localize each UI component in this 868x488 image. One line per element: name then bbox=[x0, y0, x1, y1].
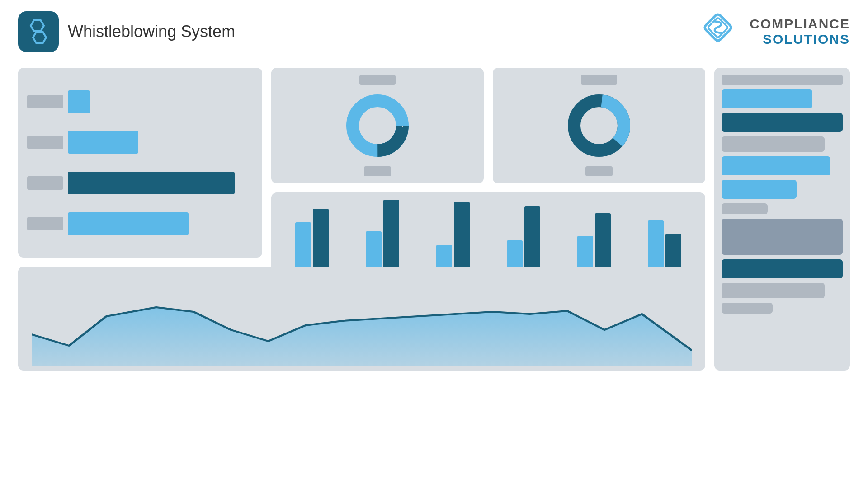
main-content bbox=[0, 63, 868, 380]
group-bar bbox=[507, 240, 523, 267]
bar bbox=[68, 172, 235, 194]
group-bar bbox=[454, 202, 470, 267]
svg-marker-1 bbox=[33, 32, 46, 43]
right-item-blue-light bbox=[722, 156, 830, 175]
right-item-blue-light bbox=[722, 89, 812, 108]
bar-labels bbox=[27, 77, 63, 249]
app-icon bbox=[18, 11, 59, 52]
svg-point-10 bbox=[581, 108, 617, 144]
right-item-gray-lg bbox=[722, 219, 843, 255]
group-bar bbox=[295, 222, 311, 267]
bar-row bbox=[68, 131, 253, 154]
bar-group bbox=[648, 220, 681, 267]
header-left: Whistleblowing System bbox=[18, 11, 235, 52]
bar-group bbox=[295, 209, 329, 267]
group-bar bbox=[313, 209, 329, 267]
donut-chart-2 bbox=[563, 89, 635, 162]
app-icon-svg bbox=[25, 18, 52, 45]
bar-group bbox=[366, 200, 399, 267]
right-item-gray-2 bbox=[722, 283, 825, 298]
bar-group bbox=[507, 206, 540, 267]
donut-label-bottom-1 bbox=[364, 166, 391, 176]
line-chart-svg bbox=[32, 276, 692, 366]
compliance-line1: COMPLIANCE bbox=[750, 16, 850, 32]
right-item-gray-sm-2 bbox=[722, 303, 773, 314]
donut-label-bottom-2 bbox=[585, 166, 613, 176]
right-item-blue-light bbox=[722, 180, 797, 199]
bar bbox=[68, 90, 90, 113]
group-bar bbox=[383, 200, 399, 267]
middle-panels bbox=[271, 68, 705, 258]
right-item-blue-dark-2 bbox=[722, 259, 843, 278]
group-bar bbox=[665, 234, 681, 267]
bar-chart-panel bbox=[18, 68, 262, 258]
right-header-bar bbox=[722, 75, 843, 85]
svg-marker-0 bbox=[31, 20, 44, 31]
right-item-gray bbox=[722, 136, 825, 152]
donut-label-top-1 bbox=[359, 75, 396, 85]
group-bar bbox=[595, 213, 611, 267]
compliance-text: COMPLIANCE SOLUTIONS bbox=[750, 16, 850, 47]
area-fill bbox=[32, 307, 692, 366]
bar bbox=[68, 131, 138, 154]
donut-label-top-2 bbox=[581, 75, 617, 85]
group-bar bbox=[524, 206, 540, 267]
donut-panel-1 bbox=[271, 68, 484, 183]
right-item-blue-dark bbox=[722, 113, 843, 132]
bar bbox=[68, 212, 189, 235]
bar-group bbox=[577, 213, 611, 267]
svg-point-7 bbox=[359, 108, 396, 144]
bar-chart-area bbox=[68, 77, 253, 249]
group-bar bbox=[366, 231, 382, 267]
bar-label bbox=[27, 217, 63, 230]
bar-label bbox=[27, 136, 63, 149]
line-chart-panel bbox=[18, 267, 705, 371]
compliance-line2: SOLUTIONS bbox=[750, 32, 850, 47]
bar-label bbox=[27, 176, 63, 190]
grouped-bar-panel bbox=[271, 192, 705, 275]
group-bar bbox=[577, 236, 593, 267]
bar-row bbox=[68, 90, 253, 113]
right-item-gray-sm bbox=[722, 203, 768, 214]
group-bar bbox=[648, 220, 664, 267]
bar-label bbox=[27, 95, 63, 108]
header-right: COMPLIANCE SOLUTIONS bbox=[702, 11, 850, 52]
compliance-logo-icon bbox=[702, 11, 742, 52]
header: Whistleblowing System COMPLIANCE SOLUTIO… bbox=[0, 0, 868, 63]
app-title: Whistleblowing System bbox=[68, 22, 235, 41]
bar-row bbox=[68, 212, 253, 235]
bar-row bbox=[68, 172, 253, 194]
donut-chart-1 bbox=[341, 89, 414, 162]
group-bar bbox=[436, 245, 452, 267]
bar-group bbox=[436, 202, 470, 267]
right-panel bbox=[714, 68, 850, 371]
donut-panel-2 bbox=[493, 68, 705, 183]
donut-row bbox=[271, 68, 705, 183]
